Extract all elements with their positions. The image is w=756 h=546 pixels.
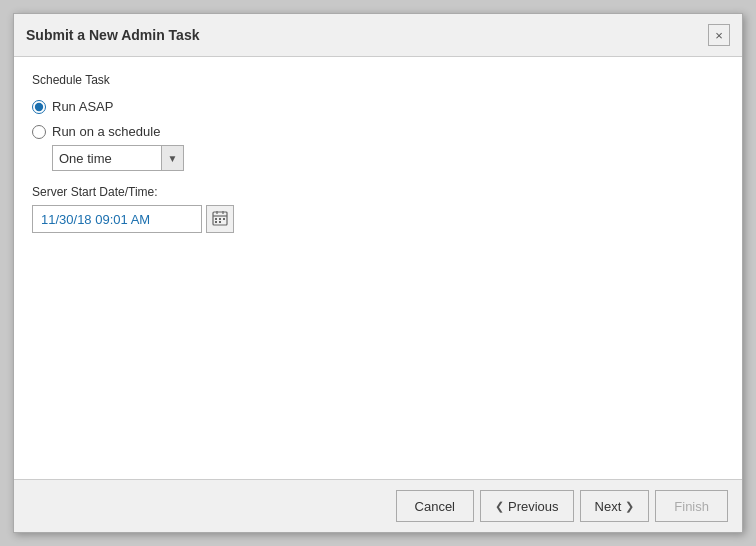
run-asap-row: Run ASAP [32,99,724,114]
close-icon: × [715,28,723,43]
datetime-row [32,205,724,233]
run-schedule-label[interactable]: Run on a schedule [52,124,160,139]
svg-rect-6 [223,218,225,220]
run-schedule-radio[interactable] [32,125,46,139]
run-schedule-row: Run on a schedule [32,124,724,139]
cancel-button[interactable]: Cancel [396,490,474,522]
svg-rect-4 [215,218,217,220]
run-asap-label[interactable]: Run ASAP [52,99,113,114]
dialog-title: Submit a New Admin Task [26,27,199,43]
previous-button[interactable]: ❮ Previous [480,490,574,522]
svg-rect-7 [215,221,217,223]
schedule-dropdown-container: One time Daily Weekly Monthly ▼ [52,145,724,171]
dialog-body: Schedule Task Run ASAP Run on a schedule… [14,57,742,479]
section-label: Schedule Task [32,73,724,87]
datetime-field-label: Server Start Date/Time: [32,185,724,199]
radio-group: Run ASAP Run on a schedule One time Dail… [32,99,724,171]
calendar-button[interactable] [206,205,234,233]
calendar-icon [212,210,228,229]
datetime-input[interactable] [32,205,202,233]
previous-label: Previous [508,499,559,514]
dropdown-arrow-button[interactable]: ▼ [162,145,184,171]
chevron-left-icon: ❮ [495,500,504,513]
schedule-sub: One time Daily Weekly Monthly ▼ [52,145,724,171]
next-button[interactable]: Next ❯ [580,490,650,522]
run-asap-radio[interactable] [32,100,46,114]
submit-admin-task-dialog: Submit a New Admin Task × Schedule Task … [13,13,743,533]
finish-button: Finish [655,490,728,522]
run-schedule-section: Run on a schedule One time Daily Weekly … [32,124,724,171]
next-label: Next [595,499,622,514]
chevron-right-icon: ❯ [625,500,634,513]
close-button[interactable]: × [708,24,730,46]
svg-rect-8 [219,221,221,223]
finish-label: Finish [674,499,709,514]
schedule-dropdown[interactable]: One time Daily Weekly Monthly [52,145,162,171]
dialog-footer: Cancel ❮ Previous Next ❯ Finish [14,479,742,532]
dialog-header: Submit a New Admin Task × [14,14,742,57]
cancel-label: Cancel [415,499,455,514]
svg-rect-5 [219,218,221,220]
dropdown-arrow-icon: ▼ [168,153,178,164]
